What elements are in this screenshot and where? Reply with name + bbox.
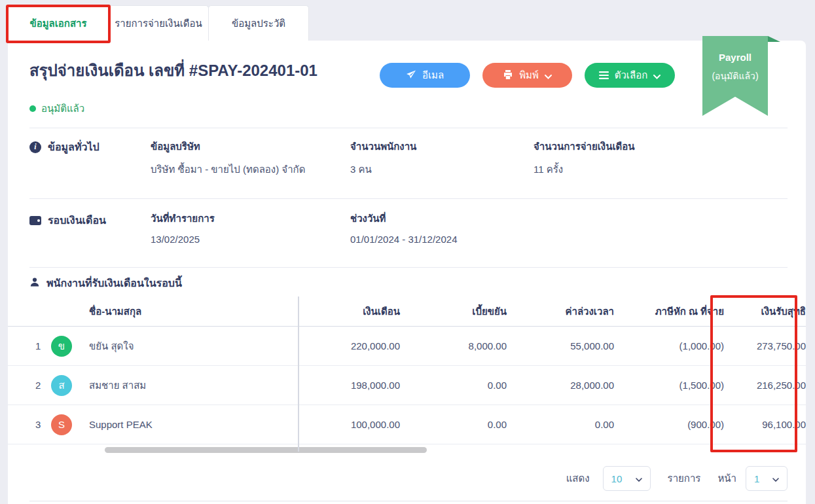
items-label: รายการ [668,471,701,486]
cell-net: 216,250.00 [724,380,806,391]
field-label: จำนวนพนักงาน [350,139,416,154]
section-payroll-period: รอบเงินเดือน [29,212,106,228]
column-header-salary: เงินเดือน [321,304,400,319]
divider [29,501,788,501]
field-value: 3 คน [350,162,416,177]
field-value: บริษัท ซื้อมา - ขายไป (ทดลอง) จำกัด [151,162,305,177]
email-button-label: อีเมล [422,67,444,83]
field-employee-count: จำนวนพนักงาน 3 คน [350,139,416,177]
cell-salary: 220,000.00 [321,340,400,351]
avatar: ส [51,375,72,396]
tab-history[interactable]: ข้อมูลประวัติ [208,5,309,41]
field-transaction-date: วันที่ทำรายการ 13/02/2025 [151,211,215,245]
payroll-status-ribbon: Payroll (อนุมัติแล้ว) [702,36,768,116]
avatar: S [51,414,72,435]
table-header-row: ชื่อ-นามสกุล เงินเดือน เบี้ยขยัน ค่าล่วง… [8,297,806,327]
field-value: 13/02/2025 [151,234,215,245]
action-buttons: อีเมล พิมพ์ ตัวเลือก [380,63,675,88]
cell-diligence: 0.00 [400,419,507,430]
field-date-range: ช่วงวันที่ 01/01/2024 - 31/12/2024 [350,211,457,245]
horizontal-scrollbar[interactable] [105,447,427,453]
cell-overtime: 0.00 [507,419,614,430]
row-index: 3 [35,419,51,430]
cell-overtime: 55,000.00 [507,340,614,351]
send-icon [406,69,416,82]
page-size-select[interactable]: 10 [603,466,651,491]
menu-icon [599,70,609,81]
section-title: พนักงานที่รับเงินเดือนในรอบนี้ [46,275,182,291]
cell-withholding: (900.00) [614,419,724,430]
info-icon: i [29,141,41,153]
section-title: ข้อมูลทั่วไป [48,139,100,155]
frozen-column-divider [298,297,299,452]
pagination: แสดง 10 รายการ หน้า 1 [566,466,788,491]
print-button[interactable]: พิมพ์ [482,63,572,88]
document-card: Payroll (อนุมัติแล้ว) สรุปจ่ายเงินเดือน … [8,41,806,504]
field-value: 11 ครั้ง [534,162,635,177]
chevron-down-icon [636,473,642,484]
tab-label: รายการจ่ายเงินเดือน [115,16,202,31]
field-payment-count: จำนวนการจ่ายเงินเดือน 11 ครั้ง [534,139,635,177]
ribbon-subtitle: (อนุมัติแล้ว) [712,69,758,83]
table-row[interactable]: 2 ส สมชาย สาสม 198,000.00 0.00 28,000.00… [8,366,806,405]
ribbon-fold [768,36,780,42]
tab-payroll-items[interactable]: รายการจ่ายเงินเดือน [108,5,209,41]
chevron-down-icon [653,70,661,81]
status-dot-icon [29,105,36,112]
printer-icon [503,69,513,82]
avatar: ข [51,336,72,357]
column-header-net: เงินรับสุทธิ [724,304,806,319]
employees-table: ชื่อ-นามสกุล เงินเดือน เบี้ยขยัน ค่าล่วง… [8,297,806,444]
employee-name: สมชาย สาสม [89,378,321,393]
divider [29,128,788,128]
row-index: 2 [35,380,51,391]
page-title: สรุปจ่ายเงินเดือน เลขที่ #SPAY-202401-01 [29,58,317,83]
tab-bar: ข้อมูลเอกสาร รายการจ่ายเงินเดือน ข้อมูลป… [8,5,308,41]
chevron-down-icon [545,70,552,81]
divider [29,198,788,199]
tab-document-info[interactable]: ข้อมูลเอกสาร [8,5,109,41]
cell-overtime: 28,000.00 [507,380,614,391]
field-label: วันที่ทำรายการ [151,211,215,226]
cell-diligence: 0.00 [400,380,507,391]
section-employees: พนักงานที่รับเงินเดือนในรอบนี้ [29,275,182,291]
approval-status: อนุมัติแล้ว [29,101,84,117]
cell-net: 96,100.00 [724,419,806,430]
divider [29,267,788,268]
print-button-label: พิมพ์ [519,67,539,83]
cell-salary: 100,000.00 [321,419,400,430]
tab-label: ข้อมูลประวัติ [232,16,285,31]
column-header-diligence: เบี้ยขยัน [400,304,507,319]
column-header-name: ชื่อ-นามสกุล [89,304,321,319]
status-badge: อนุมัติแล้ว [41,101,84,117]
employee-name: Support PEAK [89,419,321,430]
field-label: จำนวนการจ่ายเงินเดือน [534,139,635,154]
ribbon-title: Payroll [719,52,752,63]
page-number-value: 1 [754,473,759,484]
field-label: ช่วงวันที่ [350,211,457,226]
column-header-overtime: ค่าล่วงเวลา [507,304,614,319]
cell-withholding: (1,000.00) [614,340,724,351]
field-label: ข้อมูลบริษัท [151,139,305,154]
column-header-withholding: ภาษีหัก ณ ที่จ่าย [614,304,724,319]
page-size-value: 10 [611,473,623,484]
row-index: 1 [35,340,51,351]
page-number-select[interactable]: 1 [746,466,788,491]
table-row[interactable]: 1 ข ขยัน สุดใจ 220,000.00 8,000.00 55,00… [8,327,806,366]
chevron-down-icon [772,473,779,484]
table-row[interactable]: 3 S Support PEAK 100,000.00 0.00 0.00 (9… [8,405,806,444]
tab-label: ข้อมูลเอกสาร [29,16,86,31]
email-button[interactable]: อีเมล [380,63,470,88]
field-company: ข้อมูลบริษัท บริษัท ซื้อมา - ขายไป (ทดลอ… [151,139,305,177]
options-button[interactable]: ตัวเลือก [585,63,675,88]
cell-diligence: 8,000.00 [400,340,507,351]
cell-salary: 198,000.00 [321,380,400,391]
employee-name: ขยัน สุดใจ [89,338,321,354]
section-title: รอบเงินเดือน [48,212,106,228]
cell-net: 273,750.00 [724,340,806,351]
section-general-info: i ข้อมูลทั่วไป [29,139,100,155]
show-label: แสดง [566,471,590,486]
page-label: หน้า [717,471,736,486]
options-button-label: ตัวเลือก [615,67,648,83]
cell-withholding: (1,500.00) [614,380,724,391]
